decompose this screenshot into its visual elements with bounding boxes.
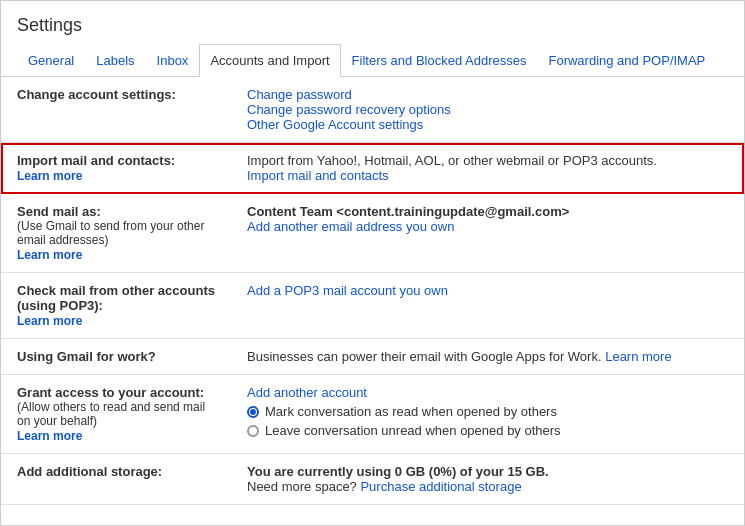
section-label: Change account settings:	[17, 87, 176, 102]
storage-text: You are currently using 0 GB (0%) of you…	[247, 464, 728, 479]
section-add-storage: Add additional storage:You are currently…	[1, 454, 744, 505]
page-title: Settings	[1, 1, 744, 44]
tab-accounts-and-import[interactable]: Accounts and Import	[199, 44, 340, 77]
radio-item-1[interactable]: Leave conversation unread when opened by…	[247, 423, 728, 438]
purchase-storage-link[interactable]: Purchase additional storage	[360, 479, 521, 494]
section-label: Grant access to your account:	[17, 385, 204, 400]
learn-more-link-grant-access[interactable]: Learn more	[17, 429, 82, 443]
action-link-grant-access[interactable]: Add another account	[247, 385, 367, 400]
section-description: Businesses can power their email with Go…	[247, 349, 728, 364]
tab-forwarding-and-pop/imap[interactable]: Forwarding and POP/IMAP	[537, 44, 716, 77]
radio-item-0[interactable]: Mark conversation as read when opened by…	[247, 404, 728, 419]
label-cell-grant-access: Grant access to your account:(Allow othe…	[1, 375, 231, 454]
section-check-mail: Check mail from other accounts (using PO…	[1, 273, 744, 339]
radio-label-0: Mark conversation as read when opened by…	[265, 404, 557, 419]
label-cell-check-mail: Check mail from other accounts (using PO…	[1, 273, 231, 339]
value-cell-grant-access: Add another accountMark conversation as …	[231, 375, 744, 454]
storage-need-more: Need more space? Purchase additional sto…	[247, 479, 728, 494]
value-cell-gmail-for-work: Businesses can power their email with Go…	[231, 339, 744, 375]
settings-table: Change account settings:Change passwordC…	[1, 77, 744, 505]
section-label: Import mail and contacts:	[17, 153, 175, 168]
value-cell-add-storage: You are currently using 0 GB (0%) of you…	[231, 454, 744, 505]
label-cell-gmail-for-work: Using Gmail for work?	[1, 339, 231, 375]
section-import-mail: Import mail and contacts:Learn moreImpor…	[1, 143, 744, 194]
section-send-mail-as: Send mail as:(Use Gmail to send from you…	[1, 194, 744, 273]
link-other-google-account-settings[interactable]: Other Google Account settings	[247, 117, 423, 132]
section-label: Using Gmail for work?	[17, 349, 156, 364]
radio-circle-0	[247, 406, 259, 418]
section-grant-access: Grant access to your account:(Allow othe…	[1, 375, 744, 454]
label-cell-import-mail: Import mail and contacts:Learn more	[1, 143, 231, 194]
tab-inbox[interactable]: Inbox	[146, 44, 200, 77]
radio-group-grant-access: Mark conversation as read when opened by…	[247, 404, 728, 438]
value-cell-change-account: Change passwordChange password recovery …	[231, 77, 744, 143]
action-link-check-mail[interactable]: Add a POP3 mail account you own	[247, 283, 448, 298]
label-cell-send-mail-as: Send mail as:(Use Gmail to send from you…	[1, 194, 231, 273]
label-cell-add-storage: Add additional storage:	[1, 454, 231, 505]
link-change-password[interactable]: Change password	[247, 87, 352, 102]
account-info: Content Team <content.trainingupdate@gma…	[247, 204, 728, 219]
section-description: Import from Yahoo!, Hotmail, AOL, or oth…	[247, 153, 728, 168]
tab-bar: GeneralLabelsInboxAccounts and ImportFil…	[1, 44, 744, 77]
value-cell-check-mail: Add a POP3 mail account you own	[231, 273, 744, 339]
section-sublabel: (Allow others to read and send mail on y…	[17, 400, 215, 428]
section-label: Check mail from other accounts (using PO…	[17, 283, 215, 313]
action-link-send-mail-as[interactable]: Add another email address you own	[247, 219, 454, 234]
radio-label-1: Leave conversation unread when opened by…	[265, 423, 561, 438]
learn-more-link-import-mail[interactable]: Learn more	[17, 169, 82, 183]
section-change-account: Change account settings:Change passwordC…	[1, 77, 744, 143]
link-change-password-recovery-options[interactable]: Change password recovery options	[247, 102, 451, 117]
label-cell-change-account: Change account settings:	[1, 77, 231, 143]
section-gmail-for-work: Using Gmail for work?Businesses can powe…	[1, 339, 744, 375]
section-sublabel: (Use Gmail to send from your other email…	[17, 219, 215, 247]
settings-content: Change account settings:Change passwordC…	[1, 77, 744, 505]
tab-general[interactable]: General	[17, 44, 85, 77]
radio-circle-1	[247, 425, 259, 437]
value-cell-send-mail-as: Content Team <content.trainingupdate@gma…	[231, 194, 744, 273]
tab-filters-and-blocked-addresses[interactable]: Filters and Blocked Addresses	[341, 44, 538, 77]
learn-more-link-check-mail[interactable]: Learn more	[17, 314, 82, 328]
desc-learn-more-link[interactable]: Learn more	[605, 349, 671, 364]
section-label: Add additional storage:	[17, 464, 162, 479]
value-cell-import-mail: Import from Yahoo!, Hotmail, AOL, or oth…	[231, 143, 744, 194]
section-label: Send mail as:	[17, 204, 101, 219]
tab-labels[interactable]: Labels	[85, 44, 145, 77]
action-link-import-mail[interactable]: Import mail and contacts	[247, 168, 389, 183]
settings-window: Settings GeneralLabelsInboxAccounts and …	[0, 0, 745, 526]
learn-more-link-send-mail-as[interactable]: Learn more	[17, 248, 82, 262]
